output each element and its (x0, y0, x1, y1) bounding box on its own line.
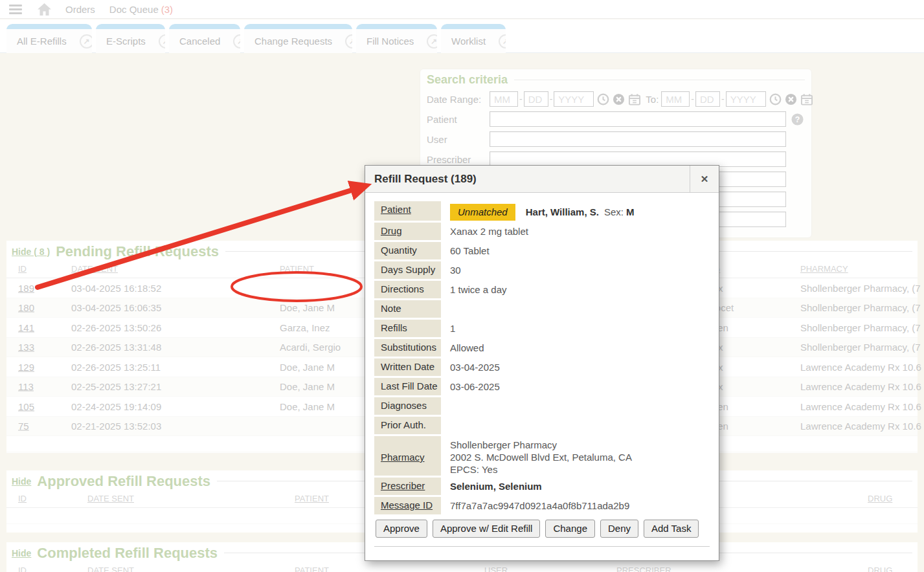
nav-orders[interactable]: Orders (65, 4, 95, 15)
approved-col-id[interactable]: ID (18, 494, 27, 503)
refill-id-link[interactable]: 141 (18, 322, 34, 333)
clock-icon[interactable] (769, 93, 782, 105)
pharmacy-name: Shollenberger Pharmacy (450, 439, 632, 451)
refresh-icon[interactable] (427, 34, 437, 49)
tab-all-e-refills[interactable]: All E-Refills (6, 24, 92, 53)
pharmacy-cell: Shollenberger Pharmacy, (7 (800, 302, 921, 313)
patient-search-input[interactable] (490, 111, 786, 127)
nav-doc-queue-label: Doc Queue (109, 4, 159, 15)
completed-col-prescriber[interactable]: PRESCRIBER (616, 566, 671, 572)
approved-col-patient[interactable]: PATIENT (295, 494, 329, 503)
modal-body: Patient UnmatchedHart, William, S.Sex:M … (365, 193, 719, 561)
refresh-icon[interactable] (159, 34, 165, 49)
quantity-label: Quantity (374, 242, 441, 259)
completed-hide-link[interactable]: Hide (12, 548, 31, 558)
from-year-input[interactable] (554, 91, 594, 107)
to-day-input[interactable] (695, 91, 720, 107)
modal-message-id-link[interactable]: Message ID (381, 500, 433, 511)
tab-bar: All E-Refills E-Scripts Canceled Change … (0, 19, 924, 53)
to-year-input[interactable] (726, 91, 766, 107)
tab-label: E-Scripts (106, 36, 146, 47)
approve-with-edit-refill-button[interactable]: Approve w/ Edit Refill (433, 520, 541, 538)
calendar-icon[interactable] (800, 93, 813, 105)
tab-change-requests[interactable]: Change Requests (244, 24, 352, 53)
date-separator: - (721, 94, 725, 104)
user-label: User (427, 134, 490, 145)
modal-prescriber-link[interactable]: Prescriber (381, 480, 425, 491)
help-icon[interactable]: ? (791, 113, 804, 126)
refresh-icon[interactable] (80, 34, 92, 49)
tab-label: Fill Notices (366, 36, 414, 47)
refill-id-link[interactable]: 113 (18, 381, 34, 392)
add-task-button[interactable]: Add Task (644, 520, 699, 538)
top-nav: Orders Doc Queue(3) (0, 0, 924, 19)
pending-col-date-sent[interactable]: DATE SENT (71, 264, 118, 274)
pending-col-id[interactable]: ID (18, 264, 27, 274)
from-month-input[interactable] (490, 91, 518, 107)
change-button[interactable]: Change (545, 520, 595, 538)
tab-worklist[interactable]: Worklist (441, 24, 506, 53)
close-icon[interactable]: ✕ (690, 166, 719, 192)
approved-hide-link[interactable]: Hide (12, 476, 31, 487)
modal-pharmacy-link[interactable]: Pharmacy (381, 452, 425, 463)
tab-fill-notices[interactable]: Fill Notices (356, 24, 437, 53)
completed-col-patient[interactable]: PATIENT (295, 566, 329, 572)
pharmacy-cell: Shollenberger Pharmacy, (7 (800, 282, 921, 293)
modal-row-last-fill-date: Last Fill Date 03-06-2025 (374, 378, 710, 395)
completed-col-id[interactable]: ID (18, 566, 27, 572)
completed-col-drug[interactable]: DRUG (868, 566, 892, 572)
patient-sex: M (626, 206, 635, 217)
nav-doc-queue[interactable]: Doc Queue(3) (109, 4, 173, 15)
completed-col-user[interactable]: USER (484, 566, 508, 572)
pharmacy-cell: Lawrence Academy Rx 10.6 (800, 421, 921, 432)
refresh-icon[interactable] (345, 34, 352, 49)
modal-row-days-supply: Days Supply 30 (374, 261, 710, 279)
modal-row-refills: Refills 1 (374, 320, 710, 337)
modal-title: Refill Request (189) (365, 166, 690, 192)
approve-button[interactable]: Approve (376, 520, 427, 538)
note-value (441, 300, 450, 318)
pharmacy-cell: Shollenberger Pharmacy, (7 (800, 342, 921, 353)
refill-id-link[interactable]: 129 (18, 361, 34, 372)
days-supply-value: 30 (441, 261, 461, 279)
substitutions-value: Allowed (441, 339, 484, 357)
refill-id-link[interactable]: 189 (18, 282, 34, 293)
tab-canceled[interactable]: Canceled (169, 24, 240, 53)
clock-icon[interactable] (597, 93, 609, 105)
date-sent-cell: 03-04-2025 16:06:35 (71, 302, 161, 313)
approved-col-date-sent[interactable]: DATE SENT (87, 494, 134, 503)
completed-section-title: Completed Refill Requests (37, 545, 218, 562)
from-day-input[interactable] (524, 91, 548, 107)
pharmacy-cell: Lawrence Academy Rx 10.6 (800, 381, 921, 392)
modal-drug-link[interactable]: Drug (381, 225, 402, 236)
home-icon[interactable] (38, 3, 51, 16)
tab-e-scripts[interactable]: E-Scripts (96, 24, 165, 53)
written-date-value: 03-04-2025 (441, 358, 500, 376)
refill-id-link[interactable]: 133 (18, 342, 34, 353)
sex-label: Sex: (604, 206, 624, 217)
refill-id-link[interactable]: 75 (18, 421, 29, 432)
refill-id-link[interactable]: 105 (18, 401, 34, 412)
to-month-input[interactable] (661, 91, 690, 107)
pending-hide-link[interactable]: Hide ( 8 ) (12, 247, 50, 257)
modal-patient-link[interactable]: Patient (381, 204, 411, 215)
refresh-icon[interactable] (499, 34, 506, 49)
substitutions-label: Substitutions (374, 339, 441, 357)
refresh-icon[interactable] (233, 34, 240, 49)
patient-cell: Acardi, Sergio (280, 342, 341, 353)
tab-accent-strip (169, 24, 240, 29)
deny-button[interactable]: Deny (600, 520, 638, 538)
hamburger-menu-icon[interactable] (9, 5, 22, 14)
approved-col-drug[interactable]: DRUG (868, 494, 892, 503)
pending-col-pharmacy[interactable]: PHARMACY (800, 264, 848, 274)
pending-col-patient[interactable]: PATIENT (280, 264, 314, 274)
refill-id-link[interactable]: 180 (18, 302, 34, 313)
patient-cell: Doe, Jane M (280, 381, 335, 392)
user-search-input[interactable] (490, 131, 786, 147)
last-fill-date-value: 03-06-2025 (441, 378, 500, 395)
prior-auth-label: Prior Auth. (374, 417, 441, 434)
calendar-icon[interactable] (628, 93, 641, 105)
clear-date-icon[interactable] (785, 93, 797, 105)
clear-date-icon[interactable] (613, 93, 625, 105)
completed-col-date-sent[interactable]: DATE SENT (87, 566, 134, 572)
